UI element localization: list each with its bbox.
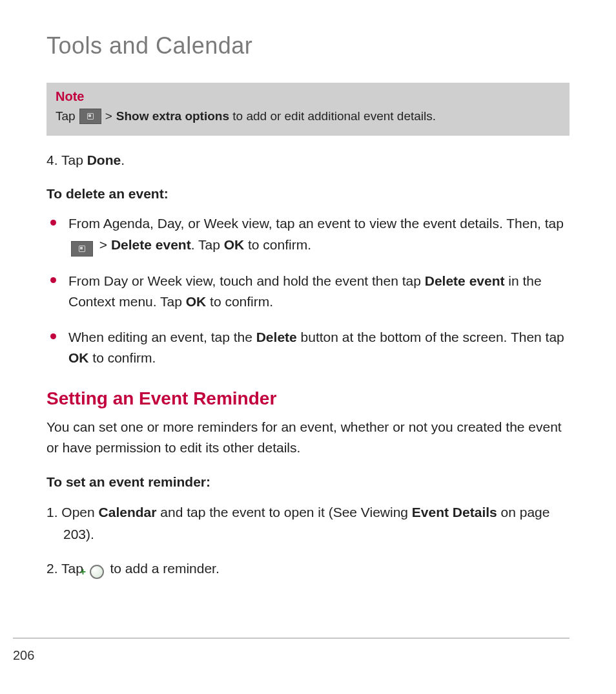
note-box: Note Tap > Show extra options to add or … [46,83,570,136]
b2-pre: From Day or Week view, touch and hold th… [68,273,425,288]
b2-post: to confirm. [206,294,273,309]
b1-bold1: Delete event [111,237,191,252]
b3-bold2: OK [68,350,89,365]
section-intro: You can set one or more reminders for an… [46,417,570,459]
page-number: 206 [13,648,34,663]
set-heading: To set an event reminder: [46,474,570,490]
b3-bold1: Delete [256,330,297,344]
page-title: Tools and Calendar [46,32,570,59]
reminder-steps: 1. Open Calendar and tap the event to op… [46,501,570,580]
step4-prefix: 4. Tap [46,152,87,167]
menu-icon [79,109,101,124]
menu-icon [71,241,93,257]
note-show-extra: Show extra options [116,109,229,123]
manual-page: Tools and Calendar Note Tap > Show extra… [0,0,616,694]
note-rest: to add or edit additional event details. [229,109,436,123]
note-label: Note [56,89,560,104]
s1-num: 1. [46,505,61,520]
step-1: 1. Open Calendar and tap the event to op… [46,501,570,545]
s1-mid: and tap the event to open it (See Viewin… [156,505,411,520]
b3-pre: When editing an event, tap the [68,330,256,344]
note-tap: Tap [56,108,76,125]
b1-mid: . Tap [191,237,224,252]
s1-pre: Open [61,505,98,520]
delete-heading: To delete an event: [46,186,570,202]
step-4: 4. Tap Done. [46,150,570,171]
bullet-2: From Day or Week view, touch and hold th… [46,271,570,313]
s2-post: to add a reminder. [107,561,220,576]
b3-post: to confirm. [89,350,156,365]
plus-icon: + [90,565,104,579]
step4-suffix: . [121,152,125,167]
step4-done: Done [87,152,121,167]
b1-pre: From Agenda, Day, or Week view, tap an e… [68,216,564,231]
step-2: 2. Tap + to add a reminder. [46,558,570,580]
note-rest-wrap: Show extra options to add or edit additi… [116,108,436,125]
b2-bold1: Delete event [425,273,505,288]
section-title: Setting an Event Reminder [46,388,570,409]
b1-post: to confirm. [244,237,311,252]
s1-b1: Calendar [99,505,157,520]
b1-bold2: OK [224,237,245,252]
b1-gt: > [96,237,111,252]
b2-bold2: OK [186,294,207,309]
bullet-3: When editing an event, tap the Delete bu… [46,327,570,369]
s2-num: 2. [46,561,61,576]
b3-mid: button at the bottom of the screen. Then… [297,330,564,344]
bullet-1: From Agenda, Day, or Week view, tap an e… [46,213,570,257]
note-gt: > [105,108,112,125]
s1-b2: Event Details [412,505,497,520]
note-text: Tap > Show extra options to add or edit … [56,108,560,125]
delete-bullets: From Agenda, Day, or Week view, tap an e… [46,213,570,369]
footer-rule [13,638,570,638]
